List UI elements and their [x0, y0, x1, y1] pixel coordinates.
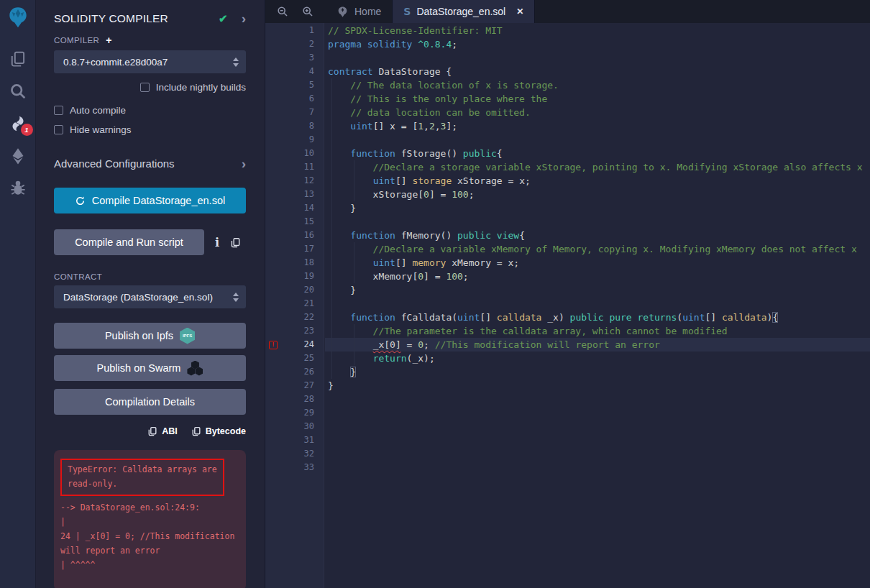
- code-text[interactable]: [325, 51, 870, 65]
- code-text[interactable]: [325, 433, 870, 447]
- code-text[interactable]: }: [325, 201, 870, 215]
- code-text[interactable]: xStorage[0] = 100;: [325, 188, 870, 201]
- remix-logo-icon[interactable]: [6, 5, 30, 29]
- code-line-25[interactable]: 25 return(_x);: [265, 352, 870, 365]
- code-line-14[interactable]: 14 }: [265, 201, 870, 215]
- code-line-18[interactable]: 18 uint[] memory xMemory = x;: [265, 256, 870, 270]
- publish-swarm-button[interactable]: Publish on Swarm: [54, 355, 246, 381]
- code-line-33[interactable]: 33: [265, 461, 870, 474]
- code-line-26[interactable]: 26 }: [265, 365, 870, 379]
- gutter-cell: 2: [265, 37, 325, 51]
- code-text[interactable]: pragma solidity ^0.8.4;: [325, 37, 870, 51]
- code-line-12[interactable]: 12 uint[] storage xStorage = x;: [265, 174, 870, 188]
- auto-compile-checkbox[interactable]: [54, 106, 63, 115]
- code-line-7[interactable]: 7 // data location can be omitted.: [265, 106, 870, 119]
- code-text[interactable]: // The data location of x is storage.: [325, 78, 870, 92]
- code-line-6[interactable]: 6 // This is the only place where the: [265, 92, 870, 106]
- code-line-24[interactable]: !24 _x[0] = 0; //This modification will …: [265, 338, 870, 352]
- code-text[interactable]: _x[0] = 0; //This modification will repo…: [325, 338, 870, 352]
- code-text[interactable]: [325, 133, 870, 147]
- code-line-20[interactable]: 20 }: [265, 283, 870, 297]
- code-text[interactable]: [325, 447, 870, 461]
- contract-select[interactable]: DataStorage (DataStorage_en.sol): [54, 285, 246, 308]
- code-text[interactable]: // data location can be omitted.: [325, 106, 870, 119]
- code-text[interactable]: uint[] storage xStorage = x;: [325, 174, 870, 188]
- code-editor[interactable]: 1// SPDX-License-Identifier: MIT2pragma …: [265, 23, 870, 588]
- file-explorer-icon[interactable]: [9, 50, 27, 68]
- code-line-11[interactable]: 11 //Declare a storage variable xStorage…: [265, 160, 870, 174]
- code-text[interactable]: [325, 215, 870, 229]
- advanced-configurations-toggle[interactable]: Advanced Configurations ›: [54, 157, 246, 170]
- code-text[interactable]: [325, 392, 870, 406]
- code-line-21[interactable]: 21: [265, 297, 870, 311]
- code-text[interactable]: uint[] x = [1,2,3];: [325, 119, 870, 133]
- code-line-3[interactable]: 3: [265, 51, 870, 65]
- code-text[interactable]: [325, 406, 870, 420]
- code-line-27[interactable]: 27}: [265, 379, 870, 392]
- code-line-17[interactable]: 17 //Declare a variable xMemory of Memor…: [265, 242, 870, 256]
- search-icon[interactable]: [9, 82, 27, 101]
- code-line-28[interactable]: 28: [265, 392, 870, 406]
- code-text[interactable]: //Declare a variable xMemory of Memory, …: [325, 242, 870, 256]
- copy-bytecode-button[interactable]: Bytecode: [191, 426, 246, 436]
- code-line-31[interactable]: 31: [265, 433, 870, 447]
- debugger-icon[interactable]: [9, 179, 27, 198]
- publish-ipfs-button[interactable]: Publish on Ipfs IPFS: [54, 323, 246, 349]
- code-line-8[interactable]: 8 uint[] x = [1,2,3];: [265, 119, 870, 133]
- code-line-22[interactable]: 22 function fCalldata(uint[] calldata _x…: [265, 311, 870, 324]
- code-text[interactable]: }: [325, 379, 870, 392]
- compile-button[interactable]: Compile DataStorage_en.sol: [54, 188, 246, 213]
- code-text[interactable]: [325, 461, 870, 474]
- code-line-16[interactable]: 16 function fMemory() public view{: [265, 229, 870, 242]
- code-line-32[interactable]: 32: [265, 447, 870, 461]
- compilation-details-button[interactable]: Compilation Details: [54, 389, 246, 415]
- code-line-23[interactable]: 23 //The parameter is the calldata array…: [265, 324, 870, 338]
- code-line-5[interactable]: 5 // The data location of x is storage.: [265, 78, 870, 92]
- compiler-version-select[interactable]: 0.8.7+commit.e28d00a7: [54, 50, 246, 73]
- hide-warnings-checkbox[interactable]: [54, 125, 63, 134]
- code-text[interactable]: }: [325, 365, 870, 379]
- code-text[interactable]: contract DataStorage {: [325, 65, 870, 78]
- close-tab-icon[interactable]: ✕: [516, 6, 523, 17]
- error-marker-icon[interactable]: !: [269, 341, 278, 349]
- info-icon[interactable]: i: [215, 236, 219, 249]
- code-text[interactable]: // SPDX-License-Identifier: MIT: [325, 24, 870, 37]
- code-line-9[interactable]: 9: [265, 133, 870, 147]
- code-text[interactable]: //The parameter is the calldata array, w…: [325, 324, 870, 338]
- solidity-compiler-icon[interactable]: 1: [9, 114, 27, 133]
- zoom-in-icon[interactable]: [295, 0, 320, 23]
- code-line-30[interactable]: 30: [265, 420, 870, 433]
- code-text[interactable]: function fCalldata(uint[] calldata _x) p…: [325, 311, 870, 324]
- tab-file-active[interactable]: S DataStorage_en.sol ✕: [392, 0, 535, 23]
- code-text[interactable]: }: [325, 283, 870, 297]
- code-line-29[interactable]: 29: [265, 406, 870, 420]
- code-text[interactable]: //Declare a storage variable xStorage, p…: [325, 160, 870, 174]
- zoom-out-icon[interactable]: [270, 0, 295, 23]
- code-line-2[interactable]: 2pragma solidity ^0.8.4;: [265, 37, 870, 51]
- copy-icon[interactable]: [230, 237, 241, 248]
- add-compiler-icon[interactable]: +: [106, 35, 112, 46]
- code-line-4[interactable]: 4contract DataStorage {: [265, 65, 870, 78]
- code-text[interactable]: return(_x);: [325, 352, 870, 365]
- deploy-run-icon[interactable]: [9, 147, 27, 165]
- code-line-10[interactable]: 10 function fStorage() public{: [265, 147, 870, 160]
- copy-abi-button[interactable]: ABI: [147, 426, 178, 436]
- code-text[interactable]: function fMemory() public view{: [325, 229, 870, 242]
- code-line-13[interactable]: 13 xStorage[0] = 100;: [265, 188, 870, 201]
- tab-home[interactable]: Home: [326, 0, 392, 23]
- code-line-1[interactable]: 1// SPDX-License-Identifier: MIT: [265, 24, 870, 37]
- code-text[interactable]: xMemory[0] = 100;: [325, 270, 870, 283]
- compiler-error-alert[interactable]: TypeError: Calldata arrays are read-only…: [54, 450, 246, 588]
- code-text[interactable]: [325, 420, 870, 433]
- error-detail-line: | ^^^^^: [60, 558, 239, 572]
- code-text[interactable]: uint[] memory xMemory = x;: [325, 256, 870, 270]
- code-line-15[interactable]: 15: [265, 215, 870, 229]
- code-text[interactable]: [325, 297, 870, 311]
- code-text[interactable]: // This is the only place where the: [325, 92, 870, 106]
- code-text[interactable]: function fStorage() public{: [325, 147, 870, 160]
- gutter-cell: 30: [265, 420, 325, 433]
- compile-and-run-button[interactable]: Compile and Run script: [54, 229, 204, 255]
- nightly-builds-checkbox[interactable]: [140, 83, 150, 92]
- code-line-19[interactable]: 19 xMemory[0] = 100;: [265, 270, 870, 283]
- collapse-chevron-icon[interactable]: ›: [242, 12, 246, 25]
